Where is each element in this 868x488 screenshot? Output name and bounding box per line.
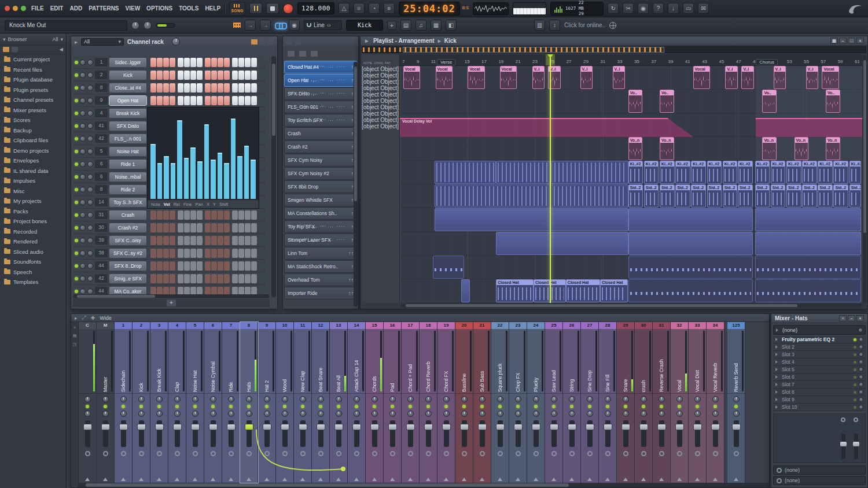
playlist-ruler[interactable]: 7911131517192123252729313335373941434547… [400, 54, 862, 66]
strip-route-arrow-icon[interactable] [264, 475, 269, 481]
strip-fx-enable-icon[interactable] [659, 451, 664, 456]
playlist-clip[interactable]: Vo..n [628, 137, 643, 160]
mixer-side-icon-b[interactable]: ▤ [73, 334, 77, 338]
step-cell[interactable] [157, 274, 163, 283]
channel-pan-knob[interactable] [80, 250, 86, 256]
step-cell[interactable] [218, 261, 223, 271]
step-cell[interactable] [184, 210, 190, 220]
strip-number[interactable]: 34 [707, 322, 724, 329]
sample-up-arrow-icon[interactable]: ↑ [351, 131, 354, 136]
step-cell[interactable] [224, 210, 230, 220]
step-cell[interactable] [184, 96, 190, 105]
fx-slot-mix-knob[interactable] [859, 397, 863, 402]
rack-graph-icon[interactable] [259, 39, 266, 45]
strip-fx-enable-icon[interactable] [85, 451, 90, 456]
strip-mute-led[interactable] [534, 405, 538, 408]
strip-mute-led[interactable] [516, 405, 520, 408]
strip-volume-fader[interactable] [282, 420, 288, 447]
piano-roll-icon[interactable]: ♫ [415, 20, 426, 31]
sample-up-arrow-icon[interactable]: ↑ [348, 250, 354, 256]
channel-button[interactable]: Close..at #4 [109, 83, 146, 93]
strip-route-arrow-icon[interactable] [569, 475, 574, 481]
strip-mute-led[interactable] [570, 405, 573, 408]
playlist-clip[interactable]: Vocal [403, 66, 421, 89]
maximize-window-icon[interactable] [21, 6, 26, 11]
playlist-clip[interactable] [435, 161, 496, 184]
strip-stereo-knob[interactable] [425, 411, 432, 417]
strip-stereo-knob[interactable] [138, 411, 145, 417]
strip-volume-fader[interactable] [318, 420, 323, 447]
strip-number[interactable]: 30 [635, 322, 652, 329]
fx-slot-mix-knob[interactable] [859, 375, 863, 379]
strip-mute-led[interactable] [175, 405, 179, 408]
mixer-strip[interactable]: 24 Plucky [527, 322, 545, 483]
playlist-clip[interactable]: Sid..2 [660, 184, 675, 208]
fx-slot-enable-led[interactable] [854, 368, 856, 371]
fader-handle[interactable] [317, 424, 325, 430]
track-header-tab[interactable]: PAT [385, 61, 391, 65]
strip-pan-knob[interactable] [712, 396, 719, 402]
playlist-clip[interactable]: Ki..#2 [833, 161, 848, 184]
step-cell[interactable] [197, 261, 203, 271]
step-cell[interactable] [245, 249, 251, 258]
step-cell[interactable] [218, 236, 223, 245]
track-header-tab[interactable]: NOTE [363, 61, 372, 65]
mixer-strip[interactable]: 3 Break Kick [150, 322, 168, 483]
strip-pan-knob[interactable] [228, 396, 234, 402]
strip-route-arrow-icon[interactable] [282, 475, 287, 481]
sample-panel-menu-icon[interactable] [286, 39, 292, 45]
step-cell[interactable] [205, 210, 211, 220]
step-cell[interactable] [218, 210, 223, 220]
strip-pan-knob[interactable] [210, 396, 216, 402]
strip-mute-led[interactable] [229, 405, 233, 408]
fx-slot-enable-led[interactable] [854, 391, 856, 394]
mixer-strip[interactable]: 18 Chord Reverb [420, 322, 437, 483]
step-cell[interactable] [184, 261, 190, 271]
channel-mute-led[interactable] [75, 252, 78, 255]
mixer-strip[interactable]: 13 Beat All [330, 322, 348, 483]
step-cell[interactable] [163, 210, 169, 220]
playlist-clip[interactable]: Sid..2 [802, 184, 817, 208]
strip-volume-fader[interactable] [498, 420, 503, 447]
step-cell[interactable] [224, 223, 230, 232]
sample-item[interactable]: Toy Rip SFX ↑ [284, 220, 357, 233]
strip-stereo-knob[interactable] [210, 411, 216, 417]
playlist-clip[interactable]: Vocal [468, 66, 485, 89]
strip-number[interactable]: 26 [563, 322, 580, 329]
step-cell[interactable] [251, 223, 257, 232]
strip-mute-led[interactable] [355, 405, 358, 408]
channel-mute-led[interactable] [75, 86, 78, 90]
minimize-window-icon[interactable] [13, 6, 18, 11]
link-mode-icon[interactable] [311, 51, 318, 57]
channel-volume-knob[interactable] [87, 276, 93, 282]
step-cell[interactable] [178, 210, 183, 220]
strip-mute-led[interactable] [265, 405, 269, 408]
pattern-song-toggle[interactable]: SONG [229, 2, 245, 16]
step-cell[interactable] [218, 83, 223, 93]
mixer-strip[interactable]: 5 Noise Hat [186, 322, 204, 483]
sample-up-arrow-icon[interactable]: ↑ [351, 237, 354, 243]
filter-dropdown-icon[interactable]: ▾ [60, 36, 63, 42]
playlist-clip[interactable]: Sid..2 [771, 184, 786, 208]
sample-item[interactable]: Stomper Lazer SFX ↑ [284, 234, 357, 246]
step-cell[interactable] [251, 71, 257, 80]
step-cell[interactable] [211, 210, 217, 220]
strip-pan-knob[interactable] [336, 396, 342, 402]
strip-volume-fader[interactable] [408, 420, 413, 447]
strip-mute-led[interactable] [193, 405, 197, 408]
send-slider-handle-2[interactable] [853, 442, 859, 446]
strip-stereo-knob[interactable] [336, 411, 342, 417]
strip-name-area[interactable]: Beat Snare [312, 329, 329, 394]
menu-item[interactable]: ADD [69, 5, 82, 12]
mixer-scrollbar[interactable] [79, 483, 769, 487]
strip-route-arrow-icon[interactable] [623, 475, 628, 481]
playlist-clip[interactable]: Sid..2 [833, 184, 848, 208]
strip-pan-knob[interactable] [623, 396, 629, 402]
strip-stereo-knob[interactable] [605, 411, 611, 417]
step-cell[interactable] [205, 249, 211, 258]
fx-slot-enable-led[interactable] [854, 361, 856, 364]
playlist-clip[interactable]: Sid..2 [849, 184, 862, 208]
sample-item[interactable]: Crash #2 ↑ [284, 141, 357, 153]
browser-folder-item[interactable]: Rendered [0, 236, 66, 247]
graph-bar[interactable] [244, 146, 249, 199]
